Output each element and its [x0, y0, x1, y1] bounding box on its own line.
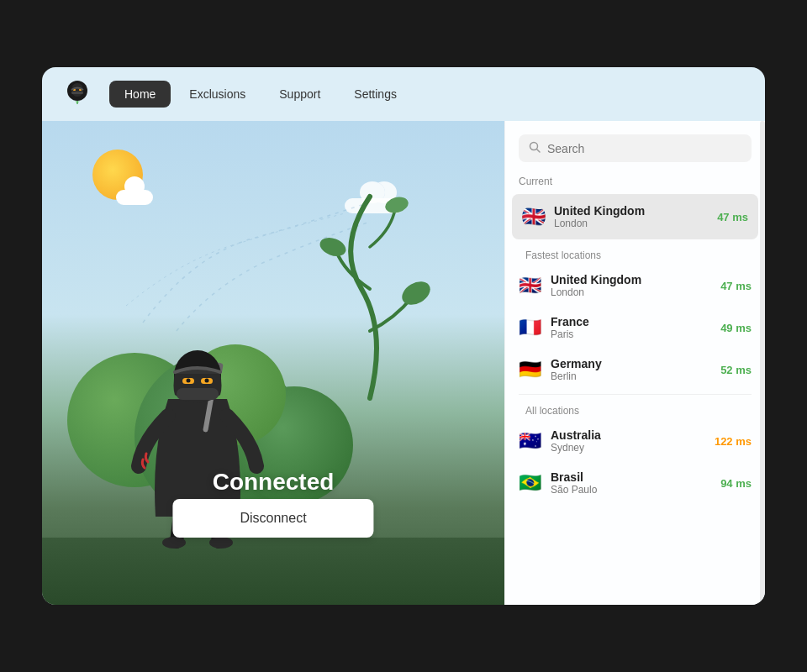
- current-location-flag: 🇬🇧: [522, 205, 546, 228]
- fastest-location-0-info: United Kingdom London: [551, 273, 712, 298]
- fastest-location-1-country: France: [551, 315, 712, 328]
- nav-exclusions[interactable]: Exclusions: [174, 81, 261, 108]
- left-panel: Connected Disconnect: [42, 121, 504, 605]
- locations-list: Fastest locations 🇬🇧 United Kingdom Lond…: [505, 243, 765, 605]
- fastest-location-1-ms: 49 ms: [720, 322, 752, 334]
- main-content: Connected Disconnect Current: [42, 121, 765, 605]
- navbar: Home Exclusions Support Settings: [42, 67, 765, 121]
- current-location-ms: 47 ms: [717, 211, 748, 223]
- all-location-1-country: Brasil: [551, 470, 712, 484]
- fastest-location-2[interactable]: 🇩🇪 Germany Berlin 52 ms: [512, 349, 758, 391]
- svg-rect-4: [71, 92, 83, 94]
- search-box: [519, 134, 752, 162]
- all-section-label: All locations: [512, 398, 758, 420]
- fastest-location-1-info: France Paris: [551, 315, 712, 340]
- all-location-0[interactable]: 🇦🇺 Australia Sydney 122 ms: [512, 420, 758, 462]
- search-container: [505, 121, 765, 169]
- fastest-location-1[interactable]: 🇫🇷 France Paris 49 ms: [512, 307, 758, 349]
- flag-uk-fastest: 🇬🇧: [519, 275, 542, 297]
- svg-point-8: [383, 195, 410, 216]
- flag-brasil: 🇧🇷: [519, 472, 542, 494]
- fastest-location-2-country: Germany: [551, 357, 712, 370]
- all-location-1[interactable]: 🇧🇷 Brasil São Paulo 94 ms: [512, 462, 758, 504]
- nav-home[interactable]: Home: [109, 81, 171, 108]
- nav-settings[interactable]: Settings: [339, 81, 412, 108]
- svg-point-14: [187, 379, 191, 383]
- fastest-location-2-city: Berlin: [551, 370, 712, 382]
- vine: [294, 163, 446, 415]
- fastest-location-2-info: Germany Berlin: [551, 357, 712, 382]
- svg-point-17: [162, 537, 186, 549]
- flag-germany-fastest: 🇩🇪: [519, 359, 542, 381]
- all-location-0-country: Australia: [551, 428, 706, 442]
- current-section-label: Current: [505, 169, 765, 191]
- fastest-location-0-country: United Kingdom: [551, 273, 712, 286]
- svg-point-18: [209, 537, 233, 549]
- fastest-location-2-ms: 52 ms: [720, 364, 752, 376]
- fastest-location-0[interactable]: 🇬🇧 United Kingdom London 47 ms: [512, 265, 758, 307]
- current-location-info: United Kingdom London: [554, 204, 709, 229]
- right-panel: Current 🇬🇧 United Kingdom London 47 ms F…: [504, 121, 765, 605]
- flag-australia: 🇦🇺: [519, 430, 542, 452]
- separator: [519, 394, 752, 395]
- all-location-0-ms: 122 ms: [715, 435, 752, 448]
- svg-point-15: [205, 379, 209, 383]
- nav-support[interactable]: Support: [264, 81, 335, 108]
- nav-items: Home Exclusions Support Settings: [109, 81, 412, 108]
- search-input[interactable]: [547, 142, 741, 155]
- svg-rect-16: [177, 388, 219, 400]
- fastest-location-0-ms: 47 ms: [720, 280, 752, 292]
- fastest-section-label: Fastest locations: [512, 243, 758, 265]
- all-location-0-info: Australia Sydney: [551, 428, 706, 454]
- all-location-1-ms: 94 ms: [720, 477, 752, 490]
- fastest-location-0-city: London: [551, 286, 712, 298]
- search-icon: [529, 141, 541, 155]
- current-location-city: London: [554, 218, 709, 229]
- all-location-1-city: São Paulo: [551, 484, 712, 496]
- fastest-location-1-city: Paris: [551, 328, 712, 340]
- disconnect-button[interactable]: Disconnect: [172, 499, 373, 538]
- svg-point-7: [318, 234, 349, 260]
- current-location-country: United Kingdom: [554, 204, 709, 218]
- current-location-item[interactable]: 🇬🇧 United Kingdom London 47 ms: [512, 194, 758, 239]
- all-location-0-city: Sydney: [551, 442, 706, 454]
- flag-france-fastest: 🇫🇷: [519, 317, 542, 339]
- app-logo: [62, 79, 92, 109]
- app-window: Home Exclusions Support Settings: [42, 67, 765, 605]
- connected-status: Connected: [213, 469, 335, 496]
- svg-line-20: [537, 150, 541, 153]
- all-location-1-info: Brasil São Paulo: [551, 470, 712, 496]
